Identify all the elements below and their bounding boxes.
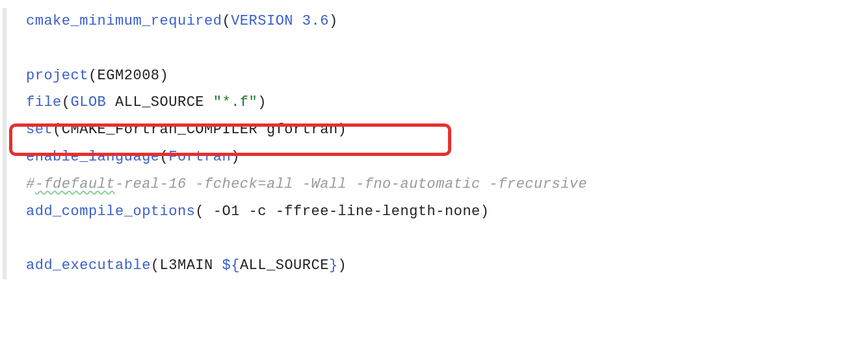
code-line: add_compile_options( -O1 -c -ffree-line-… xyxy=(26,198,868,226)
code-line: project(EGM2008) xyxy=(26,62,868,90)
code-token: (EGM2008) xyxy=(88,68,168,84)
code-token: enable_language xyxy=(26,149,160,165)
code-token: -fdefault xyxy=(35,176,115,192)
code-token: ) xyxy=(231,149,240,165)
code-token: ( xyxy=(62,94,71,110)
code-token: (CMAKE_Fortran_COMPILER gfortran) xyxy=(53,122,347,138)
code-token: # xyxy=(26,176,35,192)
code-token: set xyxy=(26,122,53,138)
code-token: ( xyxy=(160,149,169,165)
code-line: #-fdefault-real-16 -fcheck=all -Wall -fn… xyxy=(26,171,868,198)
code-token: 3.6 xyxy=(302,13,329,29)
code-token: Fortran xyxy=(168,149,231,165)
code-token: ( -O1 -c -ffree-line-length-none) xyxy=(195,203,489,220)
code-token: ( xyxy=(222,13,231,29)
code-token: ) xyxy=(329,13,338,29)
code-line: add_executable(L3MAIN ${ALL_SOURCE}) xyxy=(26,252,868,279)
code-token: add_compile_options xyxy=(26,203,195,220)
code-token: "*.f" xyxy=(213,94,258,110)
code-token: ${ xyxy=(222,257,239,274)
code-token: cmake_minimum_required xyxy=(26,13,222,29)
code-token: ALL_SOURCE xyxy=(115,94,213,110)
code-token: GLOB xyxy=(71,94,116,110)
code-line: file(GLOB ALL_SOURCE "*.f") xyxy=(26,89,868,116)
code-token: file xyxy=(26,94,62,110)
code-token: add_executable xyxy=(26,257,151,274)
code-line xyxy=(26,35,868,62)
code-block: cmake_minimum_required(VERSION 3.6)proje… xyxy=(3,8,868,279)
code-line: enable_language(Fortran) xyxy=(26,144,868,171)
code-token: ALL_SOURCE xyxy=(240,257,329,274)
code-token: (L3MAIN xyxy=(151,257,222,274)
code-token: ) xyxy=(257,94,267,110)
code-token: } xyxy=(329,257,338,274)
code-token: project xyxy=(26,68,88,84)
code-line: cmake_minimum_required(VERSION 3.6) xyxy=(26,8,868,35)
code-token: ) xyxy=(338,257,347,274)
code-line: set(CMAKE_Fortran_COMPILER gfortran) xyxy=(26,116,868,144)
code-token: -real-16 -fcheck=all -Wall -fno-automati… xyxy=(115,176,587,192)
code-token: VERSION xyxy=(231,13,302,29)
code-line xyxy=(26,225,868,252)
